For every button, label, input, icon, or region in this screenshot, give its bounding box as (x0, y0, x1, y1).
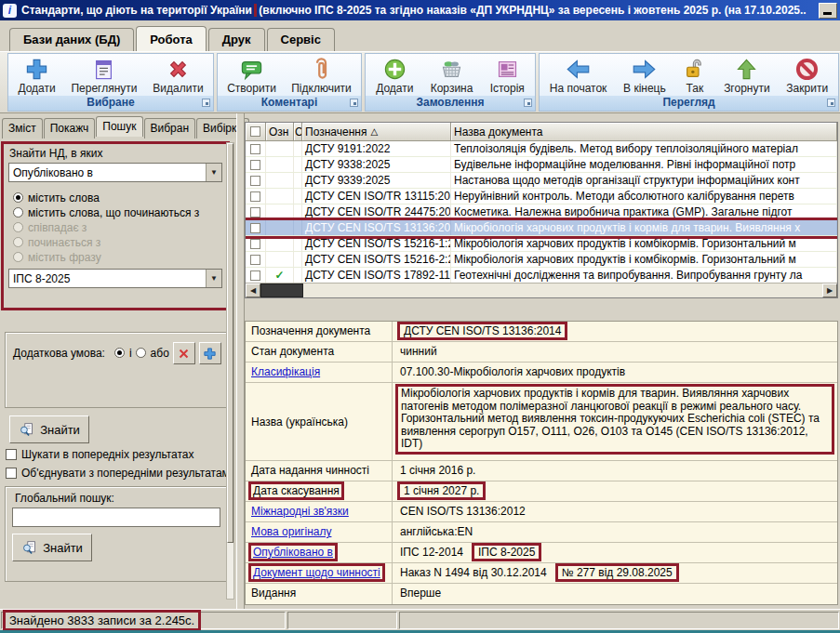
validity-document-link[interactable]: Документ щодо чинності (251, 566, 382, 579)
sidebar-tab-search[interactable]: Пошук (96, 116, 142, 137)
table-row-selected[interactable]: ДСТУ CEN ISO/TS 13136:2014 Мікробіологія… (246, 220, 837, 236)
orders-history-button[interactable]: Історія (485, 56, 530, 96)
row-checkbox[interactable] (246, 236, 266, 251)
tab-databases[interactable]: Бази даних (БД) (9, 28, 134, 51)
sidebar-scrollbar[interactable] (226, 142, 234, 600)
view-close-button[interactable]: Закрити (780, 56, 833, 96)
row-designation: ДСТУ 9191:2022 (302, 141, 451, 156)
row-checkbox[interactable] (246, 157, 266, 172)
group-orders-launcher-icon[interactable] (524, 99, 532, 107)
group-view-launcher-icon[interactable] (827, 99, 835, 107)
radio-starts-with-words[interactable]: містить слова, що починаються з (13, 205, 199, 219)
red-x-icon (177, 347, 191, 361)
detail-row: Документ щодо чинності Наказ N 1494 від … (246, 563, 837, 584)
original-language-link[interactable]: Мова оригіналу (251, 525, 331, 538)
header-designation[interactable]: Позначення△ (302, 123, 451, 141)
radio-or[interactable]: або (136, 346, 169, 360)
radio-starts-with: починається з (13, 235, 199, 249)
row-checkbox[interactable] (246, 173, 266, 188)
table-row[interactable]: ДСТУ CEN ISO/TR 13115:2016 (CEN Неруйнів… (246, 189, 837, 204)
favorites-delete-button[interactable]: Видалити (147, 56, 208, 96)
international-links-value: CEN ISO/TS 13136:2012 (400, 505, 526, 518)
search-field-combobox[interactable]: Опубліковано в ▼ (8, 163, 222, 182)
global-search-group: Глобальний пошук: Знайти (5, 486, 228, 582)
group-orders: Додати Корзина Історія Замовлення (365, 53, 536, 112)
remove-condition-button[interactable] (173, 342, 195, 364)
table-row[interactable]: ДСТУ CEN ISO/TR 24475:2016 (CEN Косметик… (246, 204, 837, 220)
favorites-add-button[interactable]: Додати (12, 56, 60, 96)
group-favorites-launcher-icon[interactable] (202, 99, 210, 107)
detail-row: Видання Вперше (246, 584, 837, 604)
row-name: Косметика. Належна виробнича практика (G… (451, 204, 837, 219)
view-tostart-button[interactable]: На початок (544, 56, 613, 96)
checkbox-search-in-previous[interactable]: Шукати в попередніх результатах (6, 448, 233, 461)
radio-and[interactable]: і (114, 346, 132, 360)
detail-row: Дата надання чинності 1 січня 2016 р. (246, 461, 837, 481)
status-section (399, 612, 839, 629)
table-row[interactable]: ДСТУ 9339:2025 Настанова щодо методів ор… (246, 173, 837, 189)
vertical-splitter[interactable] (236, 113, 245, 609)
tab-service[interactable]: Сервіс (267, 28, 335, 51)
group-favorites-caption: Вибране (87, 96, 134, 109)
header-ozn[interactable]: Озн (266, 123, 294, 141)
global-find-button[interactable]: Знайти (12, 534, 92, 561)
find-button[interactable]: Знайти (9, 415, 89, 443)
table-row[interactable]: ДСТУ CEN ISO/TS 15216-2:2014 Мікробіолог… (246, 252, 837, 268)
group-orders-caption: Замовлення (416, 96, 484, 109)
international-links-link[interactable]: Міжнародні зв'язки (251, 505, 349, 518)
ribbon-tabstrip: Бази даних (БД) Робота Друк Сервіс (0, 20, 840, 51)
table-header: Озн С Позначення△ Назва документа (246, 123, 837, 141)
view-collapse-button[interactable]: Згорнути (718, 56, 776, 96)
chevron-down-icon[interactable]: ▼ (206, 164, 221, 181)
tab-work[interactable]: Робота (136, 26, 207, 51)
window-title: Стандарти, що діють на території України… (21, 4, 808, 17)
row-checkbox[interactable] (246, 268, 266, 283)
comments-attach-button[interactable]: Підключити (286, 56, 357, 96)
documents-panel: Озн С Позначення△ Назва документа ДСТУ 9… (245, 113, 840, 609)
view-toend-button[interactable]: В кінець (618, 56, 672, 96)
chevron-down-icon[interactable]: ▼ (206, 270, 221, 287)
search-value-combobox[interactable]: ІПС 8-2025 ▼ (8, 269, 222, 288)
row-checkbox[interactable] (246, 252, 266, 267)
basket-icon (439, 57, 464, 82)
group-comments-launcher-icon[interactable] (350, 99, 358, 107)
header-select-all-checkbox[interactable] (246, 123, 266, 141)
sidebar-tab-selected[interactable]: Вибран (144, 118, 196, 138)
row-checkbox[interactable] (246, 141, 266, 156)
global-search-input[interactable] (12, 508, 220, 527)
minimize-button[interactable] (819, 3, 837, 19)
scrollbar-thumb[interactable] (260, 284, 303, 297)
comments-create-button[interactable]: Створити (221, 56, 282, 96)
checkbox-merge-with-previous[interactable]: Об'єднувати з попередніми результатам (6, 467, 233, 480)
header-st[interactable]: С (294, 123, 302, 141)
sidebar-tabs: Зміст Покажч Пошук Вибран Вибірка (2, 118, 250, 138)
row-name: Мікробіологія харчових продуктів і кормі… (451, 220, 837, 235)
tab-print[interactable]: Друк (208, 28, 265, 51)
add-condition-button[interactable] (199, 342, 221, 364)
row-designation: ДСТУ 9339:2025 (302, 173, 451, 188)
orders-add-button[interactable]: Додати (370, 56, 419, 96)
classification-link[interactable]: Класифікація (251, 365, 320, 378)
row-checkbox[interactable] (246, 204, 266, 219)
table-row[interactable]: ДСТУ 9191:2022 Теплоізоляція будівель. М… (246, 141, 837, 157)
view-yes-button[interactable]: Так (676, 56, 713, 96)
table-row[interactable]: ДСТУ 9338:2025 Будівельне інформаційне м… (246, 157, 837, 173)
row-designation: ДСТУ CEN ISO/TR 24475:2016 (CEN (302, 204, 451, 219)
table-horizontal-scrollbar[interactable]: ◀ ▶ (246, 283, 837, 297)
row-checkbox[interactable] (246, 189, 266, 204)
row-checkbox[interactable] (246, 220, 266, 235)
documents-table: Озн С Позначення△ Назва документа ДСТУ 9… (245, 122, 838, 298)
sidebar-tab-contents[interactable]: Зміст (2, 118, 43, 138)
header-document-name[interactable]: Назва документа (451, 123, 837, 141)
arrow-right-icon (632, 57, 657, 82)
favorites-view-button[interactable]: Переглянути (65, 56, 142, 96)
detail-row: Дата скасування 1 січня 2027 р. (246, 481, 837, 502)
published-in-link[interactable]: Опубліковано в (251, 546, 335, 559)
scroll-right-icon[interactable]: ▶ (822, 284, 837, 297)
orders-cart-button[interactable]: Корзина (425, 56, 479, 96)
table-row[interactable]: ДСТУ CEN ISO/TS 15216-1:2014 Мікробіолог… (246, 236, 837, 252)
scroll-left-icon[interactable]: ◀ (246, 284, 260, 297)
radio-contains-words[interactable]: містить слова (13, 191, 199, 204)
table-row[interactable]: ✓ ДСТУ CEN ISO/TS 17892-11:2007 Геотехні… (246, 268, 837, 284)
sidebar-tab-index[interactable]: Покажч (44, 118, 96, 138)
